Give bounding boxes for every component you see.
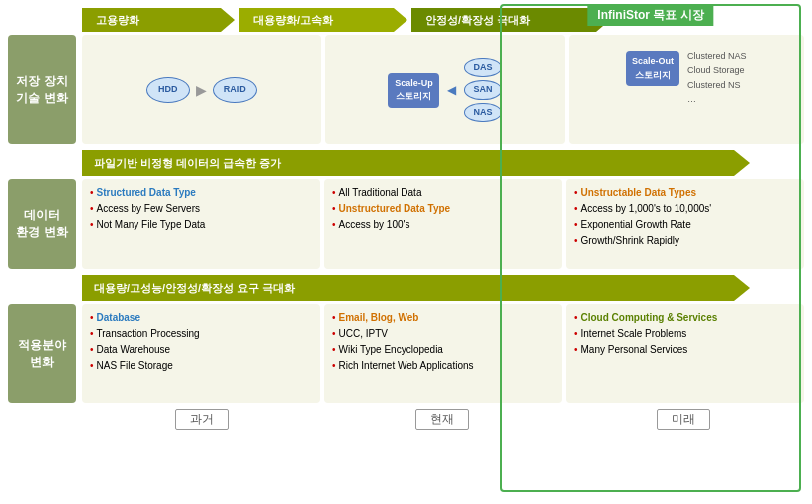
app-col1-text2: Transaction Processing <box>97 326 200 341</box>
bullet15: • <box>332 310 336 325</box>
app-col1-item1: • Database <box>90 310 312 325</box>
arrow-tip-2 <box>394 8 407 32</box>
bullet18: • <box>332 358 336 373</box>
bullet4: • <box>332 185 336 200</box>
das-san-nas-group: DAS SAN NAS <box>464 58 501 123</box>
data-col1-text3: Not Many File Type Data <box>97 217 206 232</box>
data-col1-item3: • Not Many File Type Data <box>90 217 312 232</box>
present-label: 현재 <box>415 409 469 430</box>
arrow-label-2: 대용량화/고속화 <box>239 8 394 32</box>
main-container: InfiniStor 목표 시장 고용량화 대용량화/고속화 안정성/확장성 극… <box>0 0 812 504</box>
storage-label: 저장 장치기술 변화 <box>8 35 76 144</box>
scale-up-box: Scale-Up스토리지 <box>388 73 439 108</box>
app-col1-text1: Database <box>97 310 140 325</box>
app-col1-item3: • Data Warehouse <box>90 342 312 357</box>
bullet1: • <box>90 185 94 200</box>
das-oval: DAS <box>464 58 501 78</box>
arrow-tip-1 <box>221 8 235 32</box>
app-col1-text4: NAS File Storage <box>97 358 173 373</box>
data-col1-item1: • Structured Data Type <box>90 185 312 200</box>
bullet5: • <box>332 201 336 216</box>
arrow-connector: ▶ <box>196 80 207 101</box>
bullet11: • <box>90 310 94 325</box>
infinistor-label: InfiniStor 목표 시장 <box>587 5 713 26</box>
app-col1-item4: • NAS File Storage <box>90 358 312 373</box>
connect-arrow: ◀ <box>447 81 456 99</box>
data-col1: • Structured Data Type • Access by Few S… <box>82 179 320 269</box>
app-col1-text3: Data Warehouse <box>97 342 171 357</box>
raid-oval: RAID <box>213 77 257 103</box>
bullet2: • <box>90 201 94 216</box>
bullet6: • <box>332 217 336 232</box>
app-col1: • Database • Transaction Processing • Da… <box>82 304 320 403</box>
bullet14: • <box>90 358 94 373</box>
arrow-high-capacity: 고용량화 <box>82 8 235 32</box>
data-label: 데이터환경 변화 <box>8 179 76 269</box>
data-col1-text2: Access by Few Servers <box>97 201 200 216</box>
app-col2-text1: Email, Blog, Web <box>339 310 419 325</box>
bullet13: • <box>90 342 94 357</box>
bullet17: • <box>332 342 336 357</box>
bullet12: • <box>90 326 94 341</box>
past-label: 과거 <box>175 409 229 430</box>
bullet3: • <box>90 217 94 232</box>
data-col2-text1: All Traditional Data <box>339 185 422 200</box>
app-col1-item2: • Transaction Processing <box>90 326 312 341</box>
data-col1-text1: Structured Data Type <box>97 185 196 200</box>
data-col2-text3: Access by 100's <box>339 217 410 232</box>
arrow-label-1: 고용량화 <box>82 8 221 32</box>
nas-oval: NAS <box>464 103 501 123</box>
bullet16: • <box>332 326 336 341</box>
arrow-large-capacity: 대용량화/고속화 <box>239 8 407 32</box>
infinistor-box: InfiniStor 목표 시장 <box>500 4 801 492</box>
data-col2-text2: Unstructured Data Type <box>339 201 451 216</box>
app-col2-text4: Rich Internet Web Applications <box>339 358 474 373</box>
app-label: 적용분야변화 <box>8 304 76 403</box>
app-col2-text2: UCC, IPTV <box>339 326 388 341</box>
app-col2-text3: Wiki Type Encyclopedia <box>339 342 443 357</box>
hdd-oval: HDD <box>146 77 190 103</box>
san-oval: SAN <box>464 80 501 100</box>
storage-col1: HDD ▶ RAID <box>82 35 321 144</box>
data-col1-item2: • Access by Few Servers <box>90 201 312 216</box>
